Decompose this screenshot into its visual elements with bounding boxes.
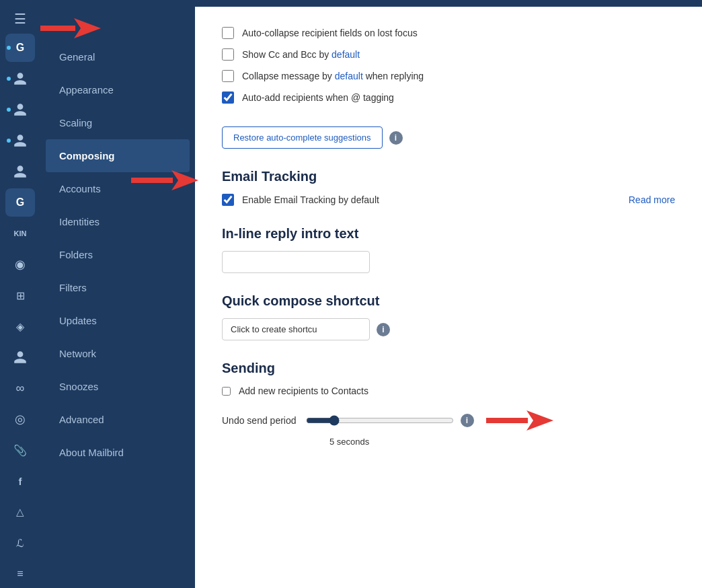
add-recipients-label[interactable]: Add new recipients to Contacts [239, 385, 368, 396]
account-icon-gdrive[interactable]: △ [5, 498, 35, 526]
account-icon-user4[interactable] [5, 157, 35, 186]
nav-about[interactable]: About Mailbird [46, 436, 190, 469]
restore-area: Restore auto-complete suggestions i [222, 126, 403, 149]
account-icon-user2[interactable] [5, 96, 35, 124]
nav-advanced[interactable]: Advanced [46, 403, 190, 436]
nav-accounts[interactable]: Accounts [46, 172, 190, 205]
email-tracking-checkbox-row: Enable Email Tracking by default [222, 194, 379, 206]
nav-appearance[interactable]: Appearance [46, 73, 190, 106]
account-icon-user1[interactable] [5, 65, 35, 93]
slider-container: i [306, 407, 553, 434]
auto-collapse-checkbox[interactable] [222, 27, 234, 39]
nav-general[interactable]: General [46, 40, 190, 73]
undo-slider[interactable] [306, 415, 454, 426]
account-icon-infinity[interactable]: ∞ [5, 374, 35, 402]
red-arrow-undo [486, 407, 553, 434]
sending-title: Sending [222, 361, 675, 376]
email-tracking-title: Email Tracking [222, 169, 675, 184]
add-recipients-row: Add new recipients to Contacts [222, 385, 675, 396]
sending-section: Sending Add new recipients to Contacts U… [222, 361, 675, 447]
collapse-message-checkbox[interactable] [222, 70, 234, 82]
nav-scaling[interactable]: Scaling [46, 106, 190, 139]
account-icon-g1[interactable]: G [5, 34, 35, 62]
undo-value: 5 seconds [329, 437, 675, 447]
nav-updates[interactable]: Updates [46, 304, 190, 337]
add-recipients-checkbox[interactable] [222, 387, 231, 396]
account-icon-grid[interactable]: ⊞ [5, 281, 35, 309]
email-tracking-checkbox[interactable] [222, 194, 234, 206]
nav-snoozes[interactable]: Snoozes [46, 370, 190, 403]
undo-send-row: Undo send period i [222, 407, 675, 434]
inline-reply-title: In-line reply intro text [222, 226, 675, 242]
account-icon-user3[interactable] [5, 126, 35, 155]
quick-compose-title: Quick compose shortcut [222, 293, 675, 309]
email-tracking-row: Enable Email Tracking by default Read mo… [222, 194, 675, 206]
nav-folders[interactable]: Folders [46, 238, 190, 271]
email-tracking-label[interactable]: Enable Email Tracking by default [242, 194, 379, 205]
show-cc-bcc-label[interactable]: Show Cc and Bcc by default [242, 49, 360, 60]
account-icon-layers[interactable]: ≡ [5, 560, 35, 588]
main-content: Auto-collapse recipient fields on lost f… [195, 7, 702, 588]
auto-add-recipients-label[interactable]: Auto-add recipients when @ tagging [242, 92, 394, 103]
nav-filters[interactable]: Filters [46, 271, 190, 304]
menu-toggle[interactable]: ☰ [9, 7, 32, 31]
read-more-link[interactable]: Read more [629, 194, 675, 205]
auto-add-recipients-checkbox[interactable] [222, 91, 234, 104]
account-icon-fb[interactable]: f [5, 467, 35, 495]
account-icon-l[interactable]: ℒ [5, 529, 35, 557]
default-highlight: default [332, 49, 360, 60]
shortcut-info-icon[interactable]: i [377, 323, 390, 336]
restore-button[interactable]: Restore auto-complete suggestions [222, 126, 383, 149]
account-icon-g2[interactable]: G [5, 188, 35, 217]
nav-network[interactable]: Network [46, 337, 190, 370]
shortcut-input[interactable] [222, 318, 370, 340]
account-icon-dropbox[interactable]: ◈ [5, 312, 35, 340]
undo-send-label: Undo send period [222, 415, 297, 426]
default-highlight2: default [335, 71, 363, 81]
nav-identities[interactable]: Identities [46, 205, 190, 238]
svg-marker-4 [526, 410, 553, 431]
show-cc-bcc-checkbox[interactable] [222, 48, 234, 61]
account-icon-paperclip[interactable]: 📎 [5, 436, 35, 464]
email-tracking-section: Email Tracking Enable Email Tracking by … [222, 169, 675, 206]
shortcut-row: i [222, 318, 675, 340]
red-arrow-menu [40, 15, 101, 42]
quick-compose-section: Quick compose shortcut i [222, 293, 675, 340]
checkbox-row-3: Collapse message by default when replyin… [222, 70, 675, 82]
restore-info-icon[interactable]: i [389, 131, 403, 145]
svg-marker-0 [74, 18, 101, 38]
nav-composing[interactable]: Composing [46, 139, 190, 172]
svg-rect-5 [486, 418, 528, 423]
undo-info-icon[interactable]: i [461, 414, 474, 427]
account-icon-person[interactable] [5, 343, 35, 371]
svg-rect-1 [40, 26, 75, 31]
checkbox-row-1: Auto-collapse recipient fields on lost f… [222, 27, 675, 39]
auto-collapse-label[interactable]: Auto-collapse recipient fields on lost f… [242, 28, 418, 38]
checkboxes-section: Auto-collapse recipient fields on lost f… [222, 27, 675, 104]
checkbox-row-2: Show Cc and Bcc by default [222, 48, 675, 61]
account-icon-kin[interactable]: KIN [5, 219, 35, 248]
collapse-message-label[interactable]: Collapse message by default when replyin… [242, 71, 424, 81]
account-icon-circle[interactable]: ◉ [5, 250, 35, 279]
inline-reply-input[interactable] [222, 251, 370, 273]
account-icon-whatsapp[interactable]: ◎ [5, 405, 35, 433]
checkbox-row-4: Auto-add recipients when @ tagging [222, 91, 675, 104]
inline-reply-section: In-line reply intro text [222, 226, 675, 273]
